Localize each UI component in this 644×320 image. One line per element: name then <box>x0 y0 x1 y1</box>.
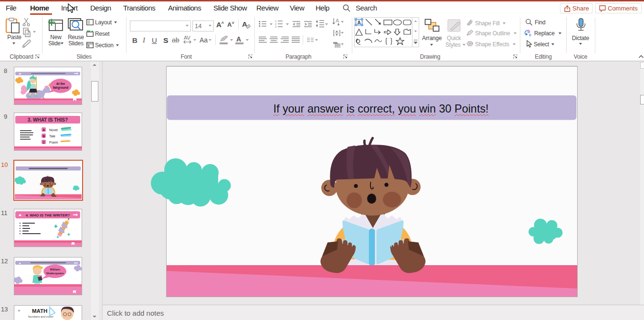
svg-text:C: C <box>42 141 45 144</box>
svg-text:3. WHAT IS THIS?: 3. WHAT IS THIS? <box>28 117 68 123</box>
svg-text:William: William <box>50 268 60 271</box>
svg-text:A: A <box>358 20 361 25</box>
svg-text:Shakespeare: Shakespeare <box>46 272 64 275</box>
svg-text:A: A <box>336 18 339 23</box>
svg-text:Poem: Poem <box>49 141 58 144</box>
svg-text:fairground: fairground <box>53 86 69 90</box>
svg-text:A: A <box>42 128 45 132</box>
svg-text:4. WHO IS THE WRITER?: 4. WHO IS THE WRITER? <box>26 213 70 217</box>
svg-text:c: c <box>529 32 531 37</box>
svg-text:MATH: MATH <box>32 308 47 314</box>
svg-text:3: 3 <box>275 25 276 28</box>
svg-text:Tale: Tale <box>49 134 55 138</box>
svg-text:B: B <box>42 134 45 138</box>
svg-text:At the: At the <box>56 82 65 85</box>
svg-text:Novel: Novel <box>49 128 58 132</box>
